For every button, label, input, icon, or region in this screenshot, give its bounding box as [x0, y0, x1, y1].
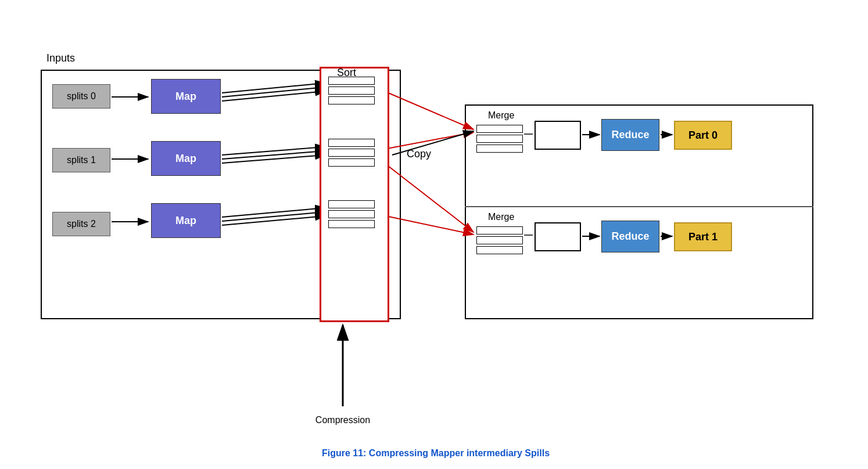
divider-line	[465, 206, 813, 207]
figure-caption: Figure 11: Compressing Mapper intermedia…	[35, 448, 837, 459]
part-1: Part 1	[674, 222, 732, 251]
reduce-1: Reduce	[601, 221, 659, 252]
diagram-container: Inputs Sort splits 0 splits 1 splits 2 M…	[35, 35, 837, 441]
inputs-label: Inputs	[46, 52, 75, 64]
merge-label-1: Merge	[488, 212, 514, 222]
copy-label: Copy	[407, 148, 431, 160]
svg-line-18	[392, 131, 474, 155]
buffer-0	[535, 121, 581, 150]
sort-output-0	[328, 77, 375, 104]
splits-1: splits 1	[52, 148, 110, 172]
buffer-1	[535, 222, 581, 251]
sort-output-1	[328, 139, 375, 167]
merge-label-0: Merge	[488, 110, 514, 121]
sort-output-2	[328, 200, 375, 228]
compression-label: Compression	[302, 415, 383, 425]
reduce-0: Reduce	[601, 119, 659, 151]
part-0: Part 0	[674, 121, 732, 150]
reduce-input-1	[476, 226, 523, 254]
sort-box	[320, 67, 389, 322]
reduce-input-0	[476, 125, 523, 153]
map-2: Map	[151, 203, 221, 238]
splits-2: splits 2	[52, 212, 110, 236]
map-1: Map	[151, 141, 221, 176]
sort-label: Sort	[337, 67, 356, 79]
map-0: Map	[151, 79, 221, 114]
splits-0: splits 0	[52, 84, 110, 109]
